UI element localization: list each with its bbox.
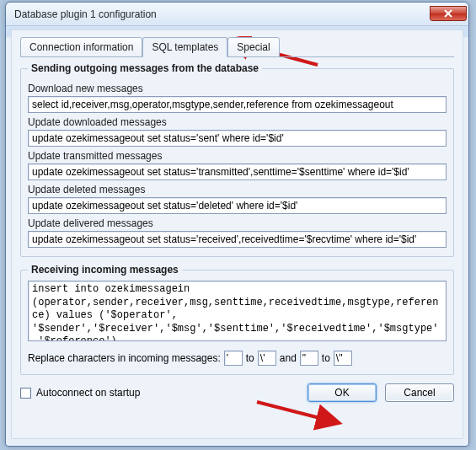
group-incoming: Receiving incoming messages Replace char… xyxy=(20,264,454,375)
checkbox-label: Autoconnect on startup xyxy=(36,387,140,399)
tab-special[interactable]: Special xyxy=(227,37,279,57)
checkbox-box xyxy=(20,388,31,399)
checkbox-autoconnect[interactable]: Autoconnect on startup xyxy=(20,387,140,399)
group-incoming-legend: Receiving incoming messages xyxy=(28,264,182,276)
close-button[interactable] xyxy=(430,6,467,21)
bottom-row: Autoconnect on startup OK Cancel xyxy=(20,383,454,402)
title-bar: Database plugin 1 configuration xyxy=(6,3,468,26)
input-replace-to-2[interactable] xyxy=(334,351,352,366)
label-to-2: to xyxy=(322,352,330,364)
cancel-button[interactable]: Cancel xyxy=(385,383,454,402)
input-update-deleted[interactable] xyxy=(28,197,447,214)
label-update-downloaded: Update downloaded messages xyxy=(28,116,447,128)
input-download-new[interactable] xyxy=(28,96,447,113)
label-update-delivered: Update delivered messages xyxy=(28,217,447,229)
label-download-new: Download new messages xyxy=(28,83,447,94)
label-update-transmitted: Update transmitted messages xyxy=(28,150,447,162)
input-update-delivered[interactable] xyxy=(28,231,447,248)
textarea-incoming-sql[interactable] xyxy=(28,281,447,341)
label-replace: Replace characters in incoming messages: xyxy=(28,352,221,364)
group-outgoing-legend: Sending outgoing messages from the datab… xyxy=(28,62,262,74)
input-update-downloaded[interactable] xyxy=(28,130,447,147)
input-replace-to-1[interactable] xyxy=(258,351,276,366)
ok-button[interactable]: OK xyxy=(308,383,377,402)
label-update-deleted: Update deleted messages xyxy=(28,184,447,196)
group-outgoing: Sending outgoing messages from the datab… xyxy=(20,62,454,257)
tab-connection-information[interactable]: Connection information xyxy=(20,37,142,57)
input-replace-from-2[interactable] xyxy=(300,351,318,366)
tab-sql-templates[interactable]: SQL templates xyxy=(142,37,227,57)
replace-row: Replace characters in incoming messages:… xyxy=(28,351,447,366)
input-replace-from-1[interactable] xyxy=(224,351,243,366)
client-area: Connection information SQL templates Spe… xyxy=(11,29,463,439)
dialog-window: Database plugin 1 configuration Connecti… xyxy=(5,2,469,447)
window-title: Database plugin 1 configuration xyxy=(14,8,430,20)
tab-strip: Connection information SQL templates Spe… xyxy=(20,37,454,57)
label-to-1: to xyxy=(246,352,254,364)
close-icon xyxy=(444,9,452,18)
input-update-transmitted[interactable] xyxy=(28,163,447,180)
label-and: and xyxy=(280,352,297,364)
